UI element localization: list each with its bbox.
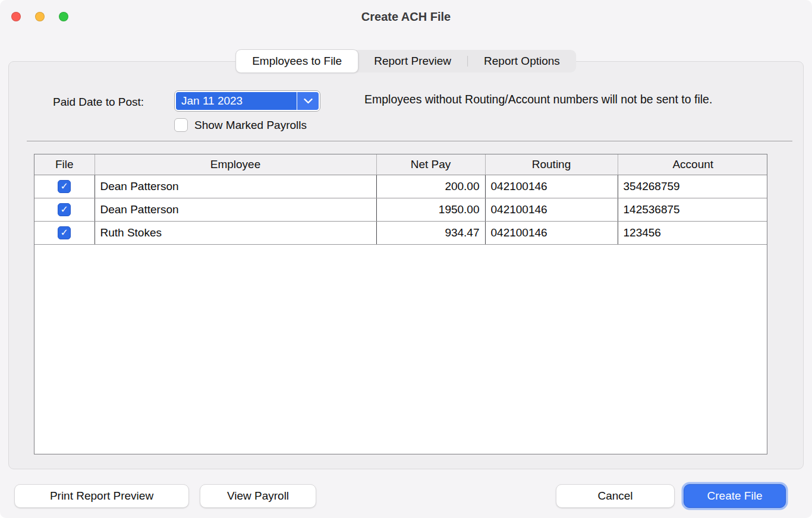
file-cell: ✓: [34, 175, 95, 198]
account-cell[interactable]: 123456: [618, 221, 767, 244]
file-cell: ✓: [34, 198, 95, 221]
paid-date-value: Jan 11 2023: [176, 92, 297, 110]
window-title: Create ACH File: [361, 10, 451, 24]
employee-cell[interactable]: Ruth Stokes: [95, 221, 376, 244]
account-cell[interactable]: 354268759: [618, 175, 767, 198]
row-file-checkbox[interactable]: ✓: [58, 180, 71, 193]
column-header-net-pay[interactable]: Net Pay: [376, 154, 485, 175]
print-report-preview-button[interactable]: Print Report Preview: [14, 484, 189, 508]
title-bar: Create ACH File: [0, 0, 812, 33]
row-file-checkbox[interactable]: ✓: [58, 203, 71, 216]
row-file-checkbox[interactable]: ✓: [58, 226, 71, 239]
checkmark-icon: ✓: [61, 205, 68, 214]
table-body: ✓Dean Patterson200.00042100146354268759✓…: [34, 175, 767, 244]
account-cell[interactable]: 142536875: [618, 198, 767, 221]
show-marked-payrolls-row: Show Marked Payrolls: [174, 118, 307, 132]
column-header-employee[interactable]: Employee: [95, 154, 376, 175]
paid-date-label: Paid Date to Post:: [53, 96, 144, 109]
employee-cell[interactable]: Dean Patterson: [95, 175, 376, 198]
chevron-down-icon[interactable]: [297, 92, 319, 110]
view-payroll-button[interactable]: View Payroll: [200, 484, 316, 508]
routing-cell[interactable]: 042100146: [485, 198, 618, 221]
table-row[interactable]: ✓Ruth Stokes934.47042100146123456: [34, 221, 767, 244]
net-pay-cell[interactable]: 1950.00: [376, 198, 485, 221]
cancel-button[interactable]: Cancel: [556, 484, 675, 508]
routing-warning-text: Employees without Routing/Account number…: [364, 91, 726, 108]
column-header-file[interactable]: File: [34, 154, 95, 175]
table-header-row: FileEmployeeNet PayRoutingAccount: [34, 154, 767, 175]
checkmark-icon: ✓: [61, 182, 68, 191]
table-row[interactable]: ✓Dean Patterson200.00042100146354268759: [34, 175, 767, 198]
show-marked-payrolls-checkbox[interactable]: [174, 118, 188, 132]
create-ach-file-window: Create ACH File Employees to FileReport …: [0, 0, 812, 518]
file-cell: ✓: [34, 221, 95, 244]
tab-report-preview[interactable]: Report Preview: [358, 50, 467, 72]
checkmark-icon: ✓: [61, 228, 68, 238]
routing-cell[interactable]: 042100146: [485, 221, 618, 244]
paid-date-select[interactable]: Jan 11 2023: [174, 90, 320, 112]
form-divider: [27, 141, 792, 141]
column-header-routing[interactable]: Routing: [485, 154, 618, 175]
minimize-button[interactable]: [35, 12, 45, 21]
create-file-button[interactable]: Create File: [684, 484, 786, 508]
tab-strip: Employees to FileReport PreviewReport Op…: [236, 50, 576, 72]
net-pay-cell[interactable]: 200.00: [376, 175, 485, 198]
table-row[interactable]: ✓Dean Patterson1950.00042100146142536875: [34, 198, 767, 221]
employee-cell[interactable]: Dean Patterson: [95, 198, 376, 221]
zoom-button[interactable]: [59, 12, 68, 21]
employees-table-container: FileEmployeeNet PayRoutingAccount ✓Dean …: [34, 154, 767, 454]
close-button[interactable]: [11, 12, 21, 21]
show-marked-payrolls-label: Show Marked Payrolls: [194, 119, 307, 132]
routing-cell[interactable]: 042100146: [485, 175, 618, 198]
tab-report-options[interactable]: Report Options: [468, 50, 576, 72]
net-pay-cell[interactable]: 934.47: [376, 221, 485, 244]
column-header-account[interactable]: Account: [618, 154, 767, 175]
employees-table: FileEmployeeNet PayRoutingAccount ✓Dean …: [34, 154, 767, 245]
tab-employees-to-file[interactable]: Employees to File: [235, 49, 358, 73]
main-panel: Paid Date to Post: Jan 11 2023 Employees…: [8, 61, 804, 469]
